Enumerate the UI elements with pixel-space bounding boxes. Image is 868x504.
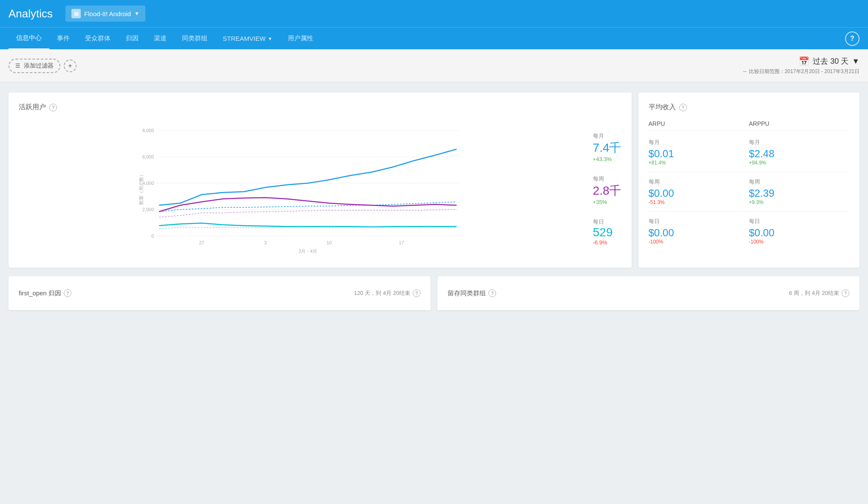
avg-revenue-card: 平均收入 ? ARPU ARPPU 每月 $0.01 +81.4% 每月	[638, 93, 860, 268]
first-open-title: first_open 归因 ?	[19, 289, 71, 297]
arpu-header: ARPU	[649, 120, 749, 127]
chart-container: 8,000 6,000 4,000 2,000 0 数量（用户数）	[19, 120, 580, 258]
add-filter-button[interactable]: +	[64, 59, 77, 72]
retention-cohort-card: 留存同类群组 ? 6 周，到 4月 20结束 ?	[437, 276, 859, 310]
svg-text:10: 10	[326, 240, 332, 245]
svg-text:2,000: 2,000	[142, 207, 154, 212]
legend-monthly: 每月 7.4千 +43.3%	[593, 132, 621, 162]
nav-item-dashboard[interactable]: 信息中心	[9, 28, 49, 50]
svg-text:0: 0	[151, 233, 154, 238]
chart-legend: 每月 7.4千 +43.3% 每周 2.8千 +35% 每日 529 -6.9%	[589, 120, 621, 258]
date-dropdown-icon[interactable]: ▼	[852, 57, 859, 66]
first-open-help-icon[interactable]: ?	[64, 289, 71, 297]
svg-text:3: 3	[264, 240, 267, 245]
legend-daily: 每日 529 -6.9%	[593, 218, 621, 246]
app-name: Flood-It! Android	[84, 10, 131, 17]
nav-item-streamview[interactable]: STREAMVIEW ▼	[215, 28, 280, 50]
svg-text:数量（用户数）: 数量（用户数）	[139, 172, 144, 205]
active-users-chart: 8,000 6,000 4,000 2,000 0 数量（用户数）	[19, 120, 580, 256]
active-users-help-icon[interactable]: ?	[49, 104, 57, 111]
arpu-cell-weekly: 每周 $0.00 -51.3%	[649, 178, 749, 205]
arpu-row-monthly: 每月 $0.01 +81.4% 每月 $2.48 +94.9%	[649, 133, 850, 172]
svg-text:17: 17	[399, 240, 404, 245]
streamview-chevron-icon: ▼	[268, 36, 272, 41]
retention-cohort-meta: 6 周，到 4月 20结束 ?	[789, 289, 849, 297]
first-open-meta-help-icon[interactable]: ?	[413, 289, 420, 297]
avg-revenue-title: 平均收入 ?	[649, 103, 850, 112]
first-open-meta: 120 天，到 4月 20结束 ?	[354, 289, 420, 297]
arpu-row-weekly: 每周 $0.00 -51.3% 每周 $2.39 +9.3%	[649, 172, 850, 212]
nav-item-cohorts[interactable]: 同类群组	[174, 28, 215, 50]
app-title: Analytics	[9, 7, 53, 20]
svg-text:27: 27	[199, 240, 204, 245]
filter-icon: ☰	[15, 62, 20, 69]
cards-row-bottom: first_open 归因 ? 120 天，到 4月 20结束 ? 留存同类群组…	[9, 276, 859, 310]
nav-item-channels[interactable]: 渠道	[146, 28, 174, 50]
retention-cohort-meta-help-icon[interactable]: ?	[842, 289, 849, 297]
date-range-main[interactable]: 📅 过去 30 天 ▼	[799, 56, 859, 66]
chevron-down-icon: ▼	[134, 11, 139, 17]
date-range-selector: 📅 过去 30 天 ▼ ↔ 比较日期范围：2017年2月20日 - 2017年3…	[743, 56, 859, 75]
toolbar: ☰ 添加过滤器 + 📅 过去 30 天 ▼ ↔ 比较日期范围：2017年2月20…	[0, 49, 868, 82]
arpu-cell-daily: 每日 $0.00 -100%	[649, 218, 749, 245]
arppu-cell-monthly: 每月 $2.48 +94.9%	[749, 139, 849, 166]
retention-cohort-help-icon[interactable]: ?	[488, 289, 496, 297]
date-compare-label: ↔ 比较日期范围：2017年2月20日 - 2017年3月21日	[743, 68, 859, 75]
app-icon: ▦	[71, 9, 81, 18]
legend-weekly: 每周 2.8千 +35%	[593, 175, 621, 205]
main-content: 活跃用户 ? 8,000 6,000 4,000 2,000 0 数量（用户数）	[0, 82, 868, 320]
svg-text:3月 - 4月: 3月 - 4月	[298, 249, 317, 254]
chart-area: 8,000 6,000 4,000 2,000 0 数量（用户数）	[19, 120, 621, 258]
nav-item-attribution[interactable]: 归因	[118, 28, 146, 50]
arpu-cell-monthly: 每月 $0.01 +81.4%	[649, 139, 749, 166]
active-users-title: 活跃用户 ?	[19, 103, 621, 112]
svg-text:6,000: 6,000	[142, 154, 154, 159]
nav-item-user-props[interactable]: 用户属性	[280, 28, 321, 50]
first-open-card: first_open 归因 ? 120 天，到 4月 20结束 ?	[9, 276, 431, 310]
calendar-icon: 📅	[799, 56, 809, 66]
retention-cohort-title: 留存同类群组 ?	[448, 289, 496, 297]
arpu-col-headers: ARPU ARPPU	[649, 120, 850, 131]
arppu-header: ARPPU	[749, 120, 849, 127]
arppu-cell-weekly: 每周 $2.39 +9.3%	[749, 178, 849, 205]
avg-revenue-help-icon[interactable]: ?	[679, 104, 687, 111]
filter-button[interactable]: ☰ 添加过滤器	[9, 59, 60, 73]
header: Analytics ▦ Flood-It! Android ▼	[0, 0, 868, 27]
nav-item-audience[interactable]: 受众群体	[77, 28, 118, 50]
help-button[interactable]: ?	[845, 31, 859, 46]
cards-row-top: 活跃用户 ? 8,000 6,000 4,000 2,000 0 数量（用户数）	[9, 93, 859, 268]
svg-text:4,000: 4,000	[142, 181, 154, 186]
arpu-rows: 每月 $0.01 +81.4% 每月 $2.48 +94.9% 每周 $0.00	[649, 133, 850, 251]
app-selector[interactable]: ▦ Flood-It! Android ▼	[65, 6, 145, 22]
nav-item-events[interactable]: 事件	[49, 28, 77, 50]
svg-text:8,000: 8,000	[142, 128, 154, 133]
arppu-cell-daily: 每日 $0.00 -100%	[749, 218, 849, 245]
active-users-card: 活跃用户 ? 8,000 6,000 4,000 2,000 0 数量（用户数）	[9, 93, 632, 268]
arpu-row-daily: 每日 $0.00 -100% 每日 $0.00 -100%	[649, 212, 850, 251]
navigation: 信息中心 事件 受众群体 归因 渠道 同类群组 STREAMVIEW ▼ 用户属…	[0, 27, 868, 49]
